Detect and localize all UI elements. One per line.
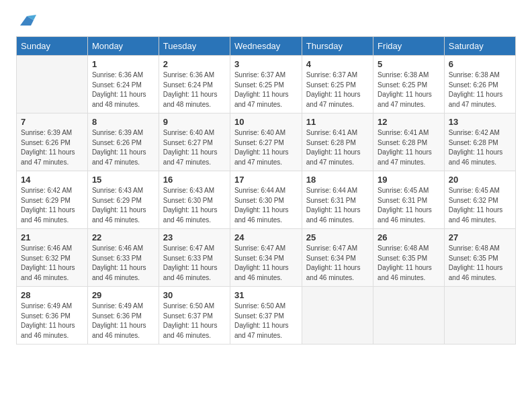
day-detail: Sunrise: 6:47 AMSunset: 6:34 PMDaylight:… (306, 244, 369, 283)
calendar-cell (444, 287, 515, 345)
week-row-1: 1Sunrise: 6:36 AMSunset: 6:24 PMDaylight… (17, 56, 516, 113)
calendar-cell: 14Sunrise: 6:42 AMSunset: 6:29 PMDayligh… (17, 171, 88, 229)
calendar-cell: 4Sunrise: 6:37 AMSunset: 6:25 PMDaylight… (302, 56, 373, 113)
day-detail: Sunrise: 6:36 AMSunset: 6:24 PMDaylight:… (92, 71, 154, 109)
calendar-cell: 12Sunrise: 6:41 AMSunset: 6:28 PMDayligh… (373, 113, 445, 171)
calendar-cell: 27Sunrise: 6:48 AMSunset: 6:35 PMDayligh… (444, 229, 515, 287)
day-number: 12 (378, 117, 440, 127)
week-row-5: 28Sunrise: 6:49 AMSunset: 6:36 PMDayligh… (17, 287, 516, 345)
day-number: 31 (234, 290, 298, 300)
day-detail: Sunrise: 6:41 AMSunset: 6:28 PMDaylight:… (378, 128, 440, 167)
day-detail: Sunrise: 6:38 AMSunset: 6:26 PMDaylight:… (449, 71, 511, 109)
header-day-saturday: Saturday (444, 37, 515, 56)
calendar-table: SundayMondayTuesdayWednesdayThursdayFrid… (16, 36, 516, 345)
week-row-2: 7Sunrise: 6:39 AMSunset: 6:26 PMDaylight… (17, 113, 516, 171)
calendar-cell: 16Sunrise: 6:43 AMSunset: 6:30 PMDayligh… (159, 171, 230, 229)
day-number: 28 (21, 290, 83, 300)
day-detail: Sunrise: 6:41 AMSunset: 6:28 PMDaylight:… (306, 128, 369, 167)
calendar-cell: 3Sunrise: 6:37 AMSunset: 6:25 PMDaylight… (230, 56, 302, 113)
day-number: 9 (163, 117, 226, 127)
calendar-cell: 19Sunrise: 6:45 AMSunset: 6:31 PMDayligh… (373, 171, 445, 229)
day-detail: Sunrise: 6:37 AMSunset: 6:25 PMDaylight:… (234, 71, 298, 109)
calendar-cell: 26Sunrise: 6:48 AMSunset: 6:35 PMDayligh… (373, 229, 445, 287)
header-day-wednesday: Wednesday (230, 37, 302, 56)
day-detail: Sunrise: 6:45 AMSunset: 6:31 PMDaylight:… (378, 186, 440, 225)
day-number: 24 (234, 232, 298, 242)
header-row: SundayMondayTuesdayWednesdayThursdayFrid… (17, 37, 516, 56)
day-detail: Sunrise: 6:47 AMSunset: 6:33 PMDaylight:… (163, 244, 226, 283)
day-detail: Sunrise: 6:48 AMSunset: 6:35 PMDaylight:… (449, 244, 511, 283)
calendar-cell: 22Sunrise: 6:46 AMSunset: 6:33 PMDayligh… (87, 229, 159, 287)
day-detail: Sunrise: 6:36 AMSunset: 6:24 PMDaylight:… (163, 71, 226, 109)
page-header (16, 13, 516, 28)
calendar-cell (373, 287, 445, 345)
calendar-cell (302, 287, 373, 345)
day-number: 16 (163, 175, 226, 185)
day-detail: Sunrise: 6:38 AMSunset: 6:25 PMDaylight:… (378, 71, 440, 109)
day-detail: Sunrise: 6:39 AMSunset: 6:26 PMDaylight:… (21, 128, 83, 167)
calendar-cell: 24Sunrise: 6:47 AMSunset: 6:34 PMDayligh… (230, 229, 302, 287)
day-detail: Sunrise: 6:42 AMSunset: 6:29 PMDaylight:… (21, 186, 83, 225)
day-detail: Sunrise: 6:40 AMSunset: 6:27 PMDaylight:… (163, 128, 226, 167)
calendar-cell: 7Sunrise: 6:39 AMSunset: 6:26 PMDaylight… (17, 113, 88, 171)
day-detail: Sunrise: 6:42 AMSunset: 6:28 PMDaylight:… (449, 128, 511, 167)
calendar-cell: 17Sunrise: 6:44 AMSunset: 6:30 PMDayligh… (230, 171, 302, 229)
day-number: 8 (92, 117, 154, 127)
week-row-3: 14Sunrise: 6:42 AMSunset: 6:29 PMDayligh… (17, 171, 516, 229)
calendar-cell: 11Sunrise: 6:41 AMSunset: 6:28 PMDayligh… (302, 113, 373, 171)
day-number: 11 (306, 117, 369, 127)
calendar-cell: 30Sunrise: 6:50 AMSunset: 6:37 PMDayligh… (159, 287, 230, 345)
calendar-header: SundayMondayTuesdayWednesdayThursdayFrid… (17, 37, 516, 56)
day-number: 20 (449, 175, 511, 185)
day-number: 23 (163, 232, 226, 242)
calendar-cell: 25Sunrise: 6:47 AMSunset: 6:34 PMDayligh… (302, 229, 373, 287)
day-detail: Sunrise: 6:50 AMSunset: 6:37 PMDaylight:… (234, 302, 298, 340)
day-detail: Sunrise: 6:48 AMSunset: 6:35 PMDaylight:… (378, 244, 440, 283)
day-number: 29 (92, 290, 154, 300)
day-number: 19 (378, 175, 440, 185)
header-day-thursday: Thursday (302, 37, 373, 56)
calendar-body: 1Sunrise: 6:36 AMSunset: 6:24 PMDaylight… (17, 56, 516, 345)
day-detail: Sunrise: 6:43 AMSunset: 6:30 PMDaylight:… (163, 186, 226, 225)
day-detail: Sunrise: 6:37 AMSunset: 6:25 PMDaylight:… (306, 71, 369, 109)
day-number: 13 (449, 117, 511, 127)
day-number: 27 (449, 232, 511, 242)
day-number: 10 (234, 117, 298, 127)
day-detail: Sunrise: 6:49 AMSunset: 6:36 PMDaylight:… (21, 302, 83, 340)
day-number: 15 (92, 175, 154, 185)
header-day-friday: Friday (373, 37, 445, 56)
calendar-cell: 5Sunrise: 6:38 AMSunset: 6:25 PMDaylight… (373, 56, 445, 113)
day-number: 6 (449, 59, 511, 69)
day-detail: Sunrise: 6:46 AMSunset: 6:32 PMDaylight:… (21, 244, 83, 283)
calendar-cell: 1Sunrise: 6:36 AMSunset: 6:24 PMDaylight… (87, 56, 159, 113)
day-detail: Sunrise: 6:39 AMSunset: 6:26 PMDaylight:… (92, 128, 154, 167)
calendar-cell (17, 56, 88, 113)
header-day-monday: Monday (87, 37, 159, 56)
day-detail: Sunrise: 6:44 AMSunset: 6:30 PMDaylight:… (234, 186, 298, 225)
day-number: 26 (378, 232, 440, 242)
day-number: 30 (163, 290, 226, 300)
day-detail: Sunrise: 6:49 AMSunset: 6:36 PMDaylight:… (92, 302, 154, 340)
day-number: 5 (378, 59, 440, 69)
week-row-4: 21Sunrise: 6:46 AMSunset: 6:32 PMDayligh… (17, 229, 516, 287)
day-number: 25 (306, 232, 369, 242)
calendar-cell: 28Sunrise: 6:49 AMSunset: 6:36 PMDayligh… (17, 287, 88, 345)
day-number: 7 (21, 117, 83, 127)
day-number: 1 (92, 59, 154, 69)
calendar-cell: 10Sunrise: 6:40 AMSunset: 6:27 PMDayligh… (230, 113, 302, 171)
calendar-cell: 13Sunrise: 6:42 AMSunset: 6:28 PMDayligh… (444, 113, 515, 171)
calendar-cell: 21Sunrise: 6:46 AMSunset: 6:32 PMDayligh… (17, 229, 88, 287)
header-day-tuesday: Tuesday (159, 37, 230, 56)
calendar-cell: 18Sunrise: 6:44 AMSunset: 6:31 PMDayligh… (302, 171, 373, 229)
day-detail: Sunrise: 6:40 AMSunset: 6:27 PMDaylight:… (234, 128, 298, 167)
day-detail: Sunrise: 6:43 AMSunset: 6:29 PMDaylight:… (92, 186, 154, 225)
day-number: 2 (163, 59, 226, 69)
calendar-cell: 6Sunrise: 6:38 AMSunset: 6:26 PMDaylight… (444, 56, 515, 113)
calendar-cell: 9Sunrise: 6:40 AMSunset: 6:27 PMDaylight… (159, 113, 230, 171)
day-number: 17 (234, 175, 298, 185)
day-number: 22 (92, 232, 154, 242)
day-detail: Sunrise: 6:44 AMSunset: 6:31 PMDaylight:… (306, 186, 369, 225)
day-detail: Sunrise: 6:46 AMSunset: 6:33 PMDaylight:… (92, 244, 154, 283)
day-detail: Sunrise: 6:47 AMSunset: 6:34 PMDaylight:… (234, 244, 298, 283)
header-day-sunday: Sunday (17, 37, 88, 56)
